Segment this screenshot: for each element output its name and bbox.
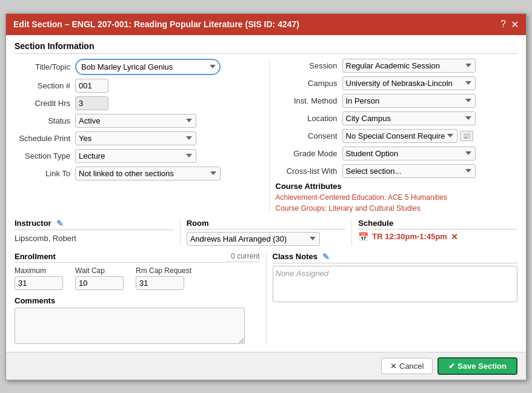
room-heading: Room	[187, 219, 346, 230]
status-label: Status	[15, 116, 75, 125]
rm-cap-label: Rm Cap Request	[136, 266, 191, 275]
consent-row: Consent No Special Consent Required 📰	[276, 129, 518, 143]
rm-cap-group: Rm Cap Request	[136, 266, 191, 290]
location-select[interactable]: City Campus	[342, 111, 476, 125]
status-row: Status Active	[15, 114, 257, 128]
instructor-section: Instructor ✎ Lipscomb, Robert	[15, 219, 180, 246]
schedule-heading-text: Schedule	[358, 219, 393, 228]
course-attr-line1: Achievement-Centered Education: ACE 5 Hu…	[276, 192, 518, 203]
schedule-time: TR 12:30pm-1:45pm	[372, 232, 447, 241]
instructor-edit-icon[interactable]: ✎	[56, 219, 64, 228]
inst-method-select[interactable]: In Person	[342, 94, 476, 108]
consent-container: No Special Consent Required 📰	[342, 129, 473, 143]
grade-mode-row: Grade Mode Student Option	[276, 147, 518, 160]
enrollment-count: 0 current	[226, 252, 259, 262]
section-label: Section #	[15, 81, 75, 90]
crosslist-row: Cross-list With Select section...	[276, 164, 518, 178]
enrollment-classnotes-row: Enrollment 0 current Maximum Wait Cap Rm…	[15, 252, 517, 346]
schedule-remove-icon[interactable]: ✕	[451, 232, 458, 242]
consent-label: Consent	[276, 131, 342, 140]
crosslist-select[interactable]: Select section...	[342, 164, 476, 178]
maximum-input[interactable]	[15, 276, 63, 290]
right-column: Session Regular Academic Session Campus …	[269, 59, 518, 214]
status-select[interactable]: Active	[75, 114, 196, 128]
enrollment-section: Enrollment 0 current Maximum Wait Cap Rm…	[15, 252, 266, 346]
course-attributes-heading: Course Attributes	[276, 182, 518, 191]
save-button[interactable]: ✔ Save Section	[437, 357, 517, 375]
section-number-input[interactable]	[75, 79, 108, 93]
class-notes-heading-text: Class Notes	[273, 252, 318, 261]
room-select[interactable]: Andrews Hall Arranged (30)	[187, 232, 320, 246]
course-attributes: Course Attributes Achievement-Centered E…	[276, 182, 518, 214]
inst-method-row: Inst. Method In Person	[276, 94, 518, 108]
class-notes-box: None Assigned	[273, 266, 518, 302]
grade-mode-label: Grade Mode	[276, 149, 342, 158]
credit-hrs-label: Credit Hrs	[15, 99, 75, 108]
credit-hrs-input[interactable]	[75, 96, 108, 110]
class-notes-text: None Assigned	[276, 269, 329, 278]
consent-select[interactable]: No Special Consent Required	[342, 129, 457, 143]
modal-title: Edit Section – ENGL 207-001: Reading Pop…	[13, 19, 299, 29]
header-icons: ? ✕	[500, 19, 519, 30]
class-notes-section: Class Notes ✎ None Assigned	[266, 252, 518, 346]
maximum-group: Maximum	[15, 266, 63, 290]
rm-cap-input[interactable]	[136, 276, 184, 290]
schedule-entry: 📅 TR 12:30pm-1:45pm ✕	[358, 232, 517, 242]
modal-footer: ✕ Cancel ✔ Save Section	[6, 352, 526, 380]
cancel-button[interactable]: ✕ Cancel	[381, 358, 433, 374]
comments-label: Comments	[15, 296, 260, 305]
title-topic-select[interactable]: Bob Marley Lyrical Genius	[75, 59, 221, 75]
session-select[interactable]: Regular Academic Session	[342, 59, 476, 73]
campus-label: Campus	[276, 79, 342, 88]
wait-cap-group: Wait Cap	[75, 266, 124, 290]
left-column: Title/Topic Bob Marley Lyrical Genius Se…	[15, 59, 269, 214]
wait-cap-label: Wait Cap	[75, 266, 124, 275]
location-row: Location City Campus	[276, 111, 518, 125]
schedule-print-row: Schedule Print Yes	[15, 131, 257, 145]
modal-body: Section Information Title/Topic Bob Marl…	[6, 35, 526, 352]
consent-icon[interactable]: 📰	[460, 131, 473, 141]
schedule-heading: Schedule	[358, 219, 517, 230]
link-to-row: Link To Not linked to other sections	[15, 167, 257, 180]
campus-row: Campus University of Nebraska-Lincoln	[276, 76, 518, 90]
section-info-heading: Section Information	[15, 41, 517, 54]
enrollment-inputs: Maximum Wait Cap Rm Cap Request	[15, 266, 260, 290]
room-section: Room Andrews Hall Arranged (30)	[180, 219, 352, 246]
class-notes-edit-icon[interactable]: ✎	[322, 252, 330, 262]
title-topic-label: Title/Topic	[15, 62, 75, 71]
link-to-select[interactable]: Not linked to other sections	[75, 167, 221, 180]
calendar-icon: 📅	[358, 232, 368, 242]
session-row: Session Regular Academic Session	[276, 59, 518, 73]
schedule-section: Schedule 📅 TR 12:30pm-1:45pm ✕	[351, 219, 517, 246]
grade-mode-select[interactable]: Student Option	[342, 147, 476, 160]
enrollment-heading: Enrollment	[15, 252, 226, 263]
instructor-name: Lipscomb, Robert	[15, 233, 174, 244]
session-label: Session	[276, 61, 342, 70]
instructor-heading-text: Instructor	[15, 219, 52, 228]
link-to-label: Link To	[15, 169, 75, 178]
course-attr-line2: Course Groups: Literary and Cultural Stu…	[276, 203, 518, 214]
section-type-row: Section Type Lecture	[15, 149, 257, 163]
comments-textarea[interactable]	[15, 308, 245, 344]
class-notes-heading: Class Notes ✎	[273, 252, 518, 263]
wait-cap-input[interactable]	[75, 276, 124, 290]
close-icon[interactable]: ✕	[511, 19, 519, 30]
enrollment-header: Enrollment 0 current	[15, 252, 260, 263]
section-type-label: Section Type	[15, 151, 75, 160]
instructor-heading: Instructor ✎	[15, 219, 174, 230]
modal-header: Edit Section – ENGL 207-001: Reading Pop…	[6, 14, 526, 35]
room-heading-text: Room	[187, 219, 209, 228]
campus-select[interactable]: University of Nebraska-Lincoln	[342, 76, 476, 90]
inst-method-label: Inst. Method	[276, 96, 342, 105]
maximum-label: Maximum	[15, 266, 63, 275]
title-topic-row: Title/Topic Bob Marley Lyrical Genius	[15, 59, 257, 75]
help-icon[interactable]: ?	[500, 19, 506, 30]
credit-hrs-row: Credit Hrs	[15, 96, 257, 110]
section-type-select[interactable]: Lecture	[75, 149, 196, 163]
crosslist-label: Cross-list With	[276, 167, 342, 176]
schedule-print-select[interactable]: Yes	[75, 131, 196, 145]
bottom-section: Instructor ✎ Lipscomb, Robert Room Andre…	[15, 219, 517, 246]
location-label: Location	[276, 114, 342, 123]
form-grid: Title/Topic Bob Marley Lyrical Genius Se…	[15, 59, 517, 214]
modal-dialog: Edit Section – ENGL 207-001: Reading Pop…	[5, 13, 527, 380]
